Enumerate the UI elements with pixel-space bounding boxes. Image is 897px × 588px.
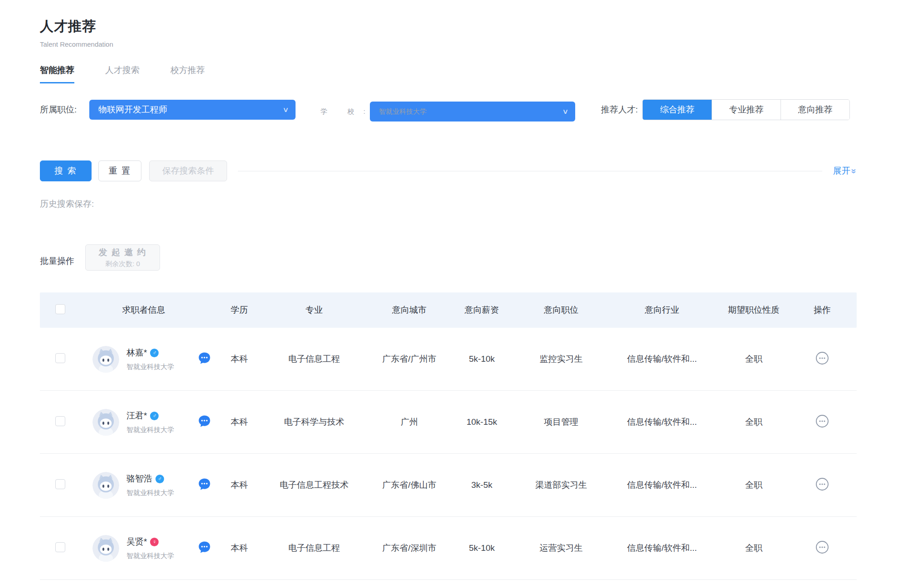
cell-major: 电子信息工程 (255, 353, 373, 365)
applicant-name[interactable]: 骆智浩 (126, 473, 152, 485)
row-checkbox[interactable] (55, 416, 65, 426)
table-row: 林嘉* ♂ 智就业科技大学 本科 电子信息工程 广东省/广州市 5k-10k 监… (40, 328, 857, 391)
cell-major: 电子信息工程技术 (255, 479, 373, 491)
applicant-school: 智就业科技大学 (126, 552, 174, 560)
cell-position: 监控实习生 (518, 353, 604, 365)
gender-icon: ♂ (150, 349, 159, 357)
cell-salary: 5k-10k (446, 354, 518, 364)
table-row: 吴贤* ♀ 智就业科技大学 本科 电子信息工程 广东省/深圳市 5k-10k 运… (40, 517, 857, 580)
divider-line (238, 171, 822, 171)
position-select[interactable]: 物联网开发工程师 ∨ (89, 100, 296, 120)
applicant-school: 智就业科技大学 (126, 426, 174, 434)
row-checkbox[interactable] (55, 353, 65, 363)
cell-job-type: 全职 (720, 416, 788, 428)
avatar (92, 346, 119, 373)
gender-icon: ♂ (155, 475, 164, 483)
search-button[interactable]: 搜 索 (40, 160, 92, 181)
table-header-row: 求职者信息 学历 专业 意向城市 意向薪资 意向职位 意向行业 期望职位性质 操… (40, 292, 857, 328)
col-header-city: 意向城市 (373, 304, 446, 316)
chat-icon[interactable] (198, 414, 211, 428)
more-actions-icon[interactable] (815, 540, 829, 554)
cell-position: 项目管理 (518, 416, 604, 428)
col-header-applicant: 求职者信息 (81, 304, 185, 316)
recommend-option-intention[interactable]: 意向推荐 (781, 100, 849, 120)
school-select-value: 智就业科技大学 (379, 107, 427, 116)
col-header-position: 意向职位 (518, 304, 604, 316)
applicant-name[interactable]: 吴贤* (126, 536, 147, 548)
cell-job-type: 全职 (720, 353, 788, 365)
expand-label: 展开 (833, 165, 850, 177)
cell-degree: 本科 (223, 353, 255, 365)
col-header-salary: 意向薪资 (446, 304, 518, 316)
chat-icon[interactable] (198, 540, 211, 554)
cell-degree: 本科 (223, 542, 255, 554)
table-row: 骆智浩 ♂ 智就业科技大学 本科 电子信息工程技术 广东省/佛山市 3k-5k … (40, 454, 857, 517)
talent-recommendation-page: 人才推荐 Talent Recommendation 智能推荐 人才搜索 校方推… (0, 17, 897, 580)
applicant-name[interactable]: 林嘉* (126, 347, 147, 359)
history-search-label: 历史搜索保存: (40, 198, 857, 210)
save-search-button[interactable]: 保存搜索条件 (149, 160, 227, 181)
action-row: 搜 索 重 置 保存搜索条件 展开 » (40, 160, 857, 181)
school-select[interactable]: 智就业科技大学 ∨ (370, 102, 575, 121)
more-actions-icon[interactable] (815, 477, 829, 491)
cell-position: 运营实习生 (518, 542, 604, 554)
tab-school-recommend[interactable]: 校方推荐 (170, 64, 205, 83)
position-select-value: 物联网开发工程师 (98, 104, 167, 116)
cell-industry: 信息传输/软件和... (604, 353, 720, 365)
chevron-down-icon: ∨ (562, 107, 568, 116)
recommend-option-comprehensive[interactable]: 综合推荐 (643, 100, 712, 120)
col-header-industry: 意向行业 (604, 304, 720, 316)
chevron-down-icon: ∨ (282, 106, 289, 114)
select-all-checkbox[interactable] (55, 304, 65, 314)
col-header-major: 专业 (255, 304, 373, 316)
page-title: 人才推荐 (40, 17, 857, 36)
tab-smart-recommend[interactable]: 智能推荐 (40, 64, 74, 83)
cell-city: 广东省/深圳市 (373, 542, 446, 554)
cell-industry: 信息传输/软件和... (604, 416, 720, 428)
chat-icon[interactable] (198, 477, 211, 491)
cell-degree: 本科 (223, 416, 255, 428)
more-actions-icon[interactable] (815, 414, 829, 428)
school-label: 学 校: (320, 107, 365, 116)
invite-remaining-count: 剩余次数: 0 (105, 260, 140, 268)
gender-icon: ♂ (150, 412, 159, 420)
reset-button[interactable]: 重 置 (98, 160, 141, 181)
recommend-option-major[interactable]: 专业推荐 (712, 100, 781, 120)
avatar (92, 535, 119, 562)
batch-operation-row: 批量操作 发 起 邀 约 剩余次数: 0 (40, 244, 857, 271)
page-subtitle: Talent Recommendation (40, 40, 857, 48)
cell-salary: 5k-10k (446, 543, 518, 553)
avatar (92, 409, 119, 436)
cell-salary: 3k-5k (446, 480, 518, 490)
gender-icon: ♀ (150, 538, 159, 546)
chat-icon[interactable] (198, 351, 211, 365)
cell-job-type: 全职 (720, 479, 788, 491)
applicant-info: 吴贤* ♀ 智就业科技大学 (126, 536, 174, 560)
cell-city: 广东省/广州市 (373, 353, 446, 365)
tab-talent-search[interactable]: 人才搜索 (105, 64, 140, 83)
applicant-info: 林嘉* ♂ 智就业科技大学 (126, 347, 174, 371)
cell-salary: 10k-15k (446, 417, 518, 427)
cell-position: 渠道部实习生 (518, 479, 604, 491)
cell-degree: 本科 (223, 479, 255, 491)
filter-row: 所属职位: 物联网开发工程师 ∨ 学 校: 智就业科技大学 ∨ 推荐人才: 综合… (40, 97, 857, 121)
position-label: 所属职位: (40, 104, 84, 116)
recommend-type-group: 综合推荐 专业推荐 意向推荐 (642, 99, 850, 120)
applicant-info: 骆智浩 ♂ 智就业科技大学 (126, 473, 174, 497)
tab-bar: 智能推荐 人才搜索 校方推荐 (40, 64, 857, 83)
double-chevron-down-icon: » (849, 168, 859, 173)
recommend-talent-label: 推荐人才: (601, 104, 638, 116)
avatar (92, 472, 119, 499)
applicant-name[interactable]: 汪君* (126, 410, 147, 422)
row-checkbox[interactable] (55, 542, 65, 552)
applicant-info: 汪君* ♂ 智就业科技大学 (126, 410, 174, 434)
send-invite-button[interactable]: 发 起 邀 约 剩余次数: 0 (85, 244, 160, 271)
col-header-job-type: 期望职位性质 (720, 304, 788, 316)
expand-link[interactable]: 展开 » (833, 165, 857, 177)
cell-job-type: 全职 (720, 542, 788, 554)
cell-industry: 信息传输/软件和... (604, 479, 720, 491)
row-checkbox[interactable] (55, 479, 65, 489)
talent-table: 求职者信息 学历 专业 意向城市 意向薪资 意向职位 意向行业 期望职位性质 操… (40, 292, 857, 580)
more-actions-icon[interactable] (815, 351, 829, 365)
cell-major: 电子信息工程 (255, 542, 373, 554)
